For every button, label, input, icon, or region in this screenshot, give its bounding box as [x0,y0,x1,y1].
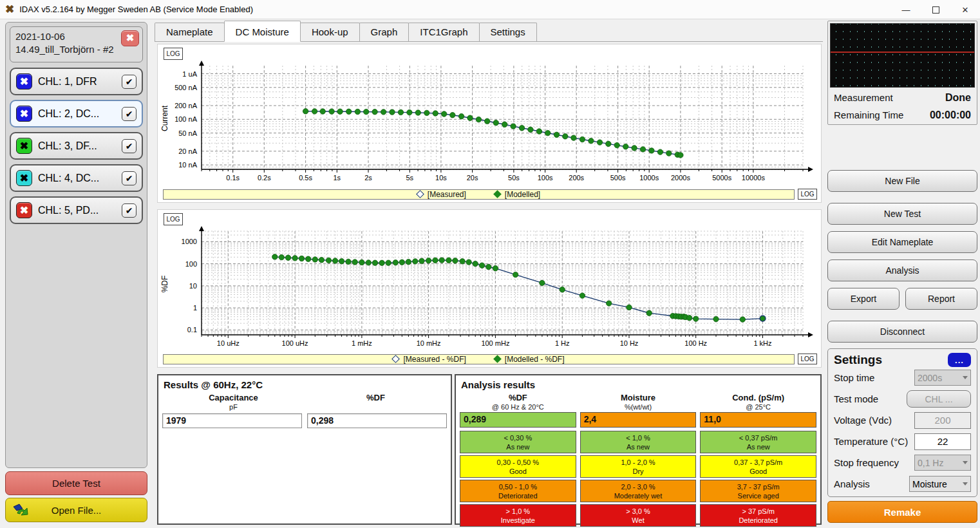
df-chart-panel: LOG %DF 10 uHz100 uHz1 mHz10 mHz100 mHz1… [157,209,822,368]
modelled-marker-icon [493,355,502,363]
channel-checkbox[interactable]: ✔ [122,171,137,185]
range-cell: > 3,0 %Wet [580,504,697,527]
delete-test-button[interactable]: Delete Test [5,471,147,495]
svg-text:10 mHz: 10 mHz [417,339,441,347]
svg-text:100s: 100s [538,174,553,182]
svg-text:1000: 1000 [182,238,197,245]
results-title: Results @ 60Hz, 22°C [162,378,447,391]
settings-more-button[interactable]: ... [948,353,971,367]
open-file-icon [12,503,30,517]
svg-text:1s: 1s [333,174,341,182]
range-cell: 1,0 - 2,0 %Dry [580,455,697,478]
close-icon[interactable]: ✕ [950,0,980,19]
minimize-icon[interactable]: — [891,0,921,19]
analysis-mode-label: Analysis [834,478,870,489]
channel-checkbox[interactable]: ✔ [122,203,137,218]
svg-text:100 nA: 100 nA [174,115,198,123]
svg-text:10 Hz: 10 Hz [620,339,639,347]
column-title: Moisture [621,393,655,402]
current-vs-time-chart: 0.1s0.2s0.5s1s2s5s10s20s50s100s200s500s1… [160,60,817,186]
range-cell: < 1,0 %As new [580,431,697,453]
column-subtitle: @ 25°C [700,403,816,411]
capacitance-unit: pF [162,403,305,411]
app-logo-icon: ✖ [5,3,14,16]
range-cell: > 1,0 %Investigate [460,504,576,527]
chevron-down-icon [963,376,968,379]
df-header: %DF [366,393,385,402]
channel-item-5[interactable]: ✖ CHL: 5, PD... ✔ [10,196,143,224]
disconnect-button[interactable]: Disconnect [827,321,977,343]
svg-text:10s: 10s [435,174,447,182]
temperature-field[interactable] [914,433,971,450]
channel-checkbox[interactable]: ✔ [122,107,137,121]
svg-text:2s: 2s [364,174,372,182]
settings-group: Settings ... Stop time 2000s Test mode C… [827,348,977,497]
range-cell: 0,50 - 1,0 %Deteriorated [460,480,576,502]
svg-text:1 mHz: 1 mHz [352,339,372,347]
new-file-button[interactable]: New File [827,170,977,192]
analysis-button[interactable]: Analysis [827,259,977,281]
remaining-time-label: Remaining Time [834,109,903,121]
channel-item-3[interactable]: ✖ CHL: 3, DF... ✔ [10,132,143,160]
tab-dc-moisture[interactable]: DC Moisture [224,21,301,42]
svg-text:20 nA: 20 nA [178,147,197,155]
svg-text:100 mHz: 100 mHz [481,339,509,347]
channel-x-icon: ✖ [16,73,32,90]
svg-text:10 uHz: 10 uHz [217,339,240,347]
svg-text:1: 1 [193,304,197,312]
y-log-toggle-button[interactable]: LOG [164,48,183,60]
channel-checkbox[interactable]: ✔ [122,75,137,89]
edit-nameplate-button[interactable]: Edit Nameplate [827,231,977,253]
open-file-button[interactable]: Open File... [5,498,147,522]
range-cell: 3,7 - 37 pS/mService aged [700,480,816,502]
tab-graph[interactable]: Graph [359,23,410,41]
file-name: 14.49_till_Torbjörn - #2 [15,43,119,56]
new-test-button[interactable]: New Test [827,203,977,225]
capacitance-header: Capacitance [209,393,258,402]
title-bar: ✖ IDAX v5.2.164 by Megger Sweden AB (Ser… [0,0,980,19]
channel-label: CHL: 5, PD... [38,205,116,216]
range-cell: < 0,37 pS/mAs new [700,431,816,453]
y-log-toggle-button[interactable]: LOG [164,213,183,225]
range-cell: 2,0 - 3,0 %Moderately wet [580,480,697,502]
channel-item-1[interactable]: ✖ CHL: 1, DFR ✔ [10,68,143,95]
legend-measured-label: [Measured - %DF] [403,355,466,364]
channel-item-4[interactable]: ✖ CHL: 4, DC... ✔ [10,164,143,192]
analysis-column-df: %DF @ 60 Hz & 20°C 0,289 < 0,30 %As new … [460,391,576,528]
analysis-mode-select[interactable]: Moisture [909,476,971,492]
tab-settings[interactable]: Settings [479,23,537,41]
svg-text:10000s: 10000s [742,174,766,182]
range-cell: < 0,30 %As new [460,431,576,453]
x-log-toggle-button[interactable]: LOG [798,354,817,364]
tab-itc1graph[interactable]: ITC1Graph [408,23,479,41]
stop-time-select: 2000s [914,370,971,386]
maximize-icon[interactable] [921,0,950,19]
channel-list: ✖ CHL: 1, DFR ✔ ✖ CHL: 2, DC... ✔ ✖ CHL:… [10,68,143,224]
channel-x-icon: ✖ [16,202,32,218]
x-log-toggle-button[interactable]: LOG [798,189,817,200]
svg-text:2000s: 2000s [671,174,690,182]
channel-label: CHL: 1, DFR [38,76,116,88]
file-close-icon[interactable]: ✖ [121,30,139,46]
df-value: 0,298 [307,413,447,428]
tab-nameplate[interactable]: Nameplate [155,23,225,41]
analysis-column-conductivity: Cond. (pS/m) @ 25°C 11,0 < 0,37 pS/mAs n… [700,391,816,528]
column-subtitle: @ 60 Hz & 20°C [460,403,576,411]
range-cell: > 37 pS/mDeteriorated [700,504,816,527]
measured-marker-icon [392,355,400,363]
export-button[interactable]: Export [827,288,900,310]
window-title: IDAX v5.2.164 by Megger Sweden AB (Servi… [19,5,253,14]
svg-text:10: 10 [189,282,197,290]
column-title: %DF [509,393,527,402]
svg-text:1000s: 1000s [639,174,659,182]
remake-button[interactable]: Remake [827,501,977,523]
chart-legend: [Measured] [Modelled] [163,189,795,200]
file-header[interactable]: 2021-10-06 14.49_till_Torbjörn - #2 ✖ [10,26,143,62]
svg-text:50s: 50s [508,174,520,182]
tab-hook-up[interactable]: Hook-up [300,23,360,41]
open-file-label: Open File... [52,505,102,516]
scope-trace [831,52,974,53]
channel-checkbox[interactable]: ✔ [122,139,137,153]
channel-item-2[interactable]: ✖ CHL: 2, DC... ✔ [10,100,143,127]
report-button[interactable]: Report [905,288,977,310]
